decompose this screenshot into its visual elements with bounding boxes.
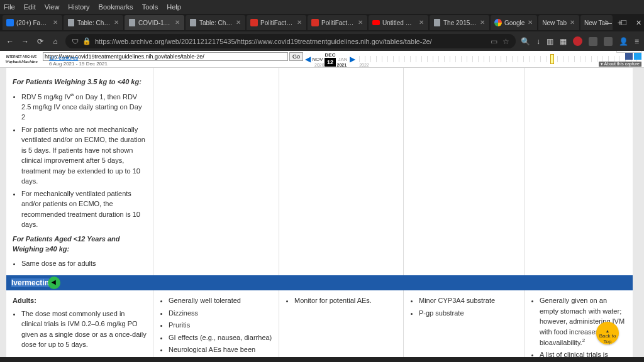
reload-button[interactable]: ⟳ <box>35 36 45 47</box>
facebook-icon <box>6 19 14 26</box>
dose-heading-1: For Patients Weighing 3.5 kg to <40 kg: <box>13 77 147 87</box>
bookmark-icon[interactable]: ☆ <box>502 37 509 46</box>
doc-icon <box>129 19 135 26</box>
politifact-icon <box>311 19 319 26</box>
ext1-icon[interactable] <box>589 37 597 46</box>
doc-icon <box>434 19 440 26</box>
wb-cur-month: DEC <box>325 52 336 58</box>
tab-google[interactable]: Google✕ <box>491 15 537 30</box>
close-icon[interactable]: ✕ <box>235 19 242 26</box>
close-window-button[interactable]: ✕ <box>636 19 641 27</box>
library-icon[interactable]: ▥ <box>547 37 553 46</box>
close-icon[interactable]: ✕ <box>357 19 364 26</box>
captures-range: 6 Aug 2021 - 19 Dec 2021 <box>49 61 108 67</box>
tab-facebook[interactable]: (20+) Facebook✕ <box>3 15 62 30</box>
ae-item: Pruritis <box>169 320 272 331</box>
wayback-timeline[interactable] <box>359 56 638 62</box>
menu-help[interactable]: Help <box>167 3 181 11</box>
navbar: ← → ⟳ ⌂ 🛡 🔒 https://web.archive.org/web/… <box>0 31 644 51</box>
wayback-toolbar: INTERNET ARCHIVE WaybackMachine Go ◀ NOV… <box>0 51 644 68</box>
wb-next-month: JAN <box>337 57 348 62</box>
reader-icon[interactable]: ▭ <box>491 37 497 46</box>
tab-covid[interactable]: COVID-19 Treatment✕ <box>125 15 184 30</box>
download-icon[interactable]: ↓ <box>536 37 540 46</box>
interaction-item: P-gp substrate <box>419 308 518 319</box>
monitor-item: Monitor for potential AEs. <box>294 295 397 306</box>
menu-edit[interactable]: Edit <box>24 3 36 11</box>
ae-item: GI effects (e.g., nausea, diarrhea) <box>169 332 272 343</box>
about-capture[interactable]: ▾ About this capture <box>599 62 641 67</box>
forward-button[interactable]: → <box>20 36 30 47</box>
grid-icon[interactable]: ▦ <box>560 37 567 46</box>
dose-text: The dose most commonly used in clinical … <box>21 309 147 350</box>
home-button[interactable]: ⌂ <box>50 36 60 47</box>
close-icon[interactable]: ✕ <box>52 19 58 26</box>
tab-untitled[interactable]: Untitled Document✕ <box>369 15 428 30</box>
tab-table2[interactable]: Table: Characteristics✕ <box>186 15 245 30</box>
lock-icon: 🔒 <box>82 37 91 45</box>
menu-tools[interactable]: Tools <box>142 3 158 11</box>
wb-info-icon[interactable]: ? <box>626 51 632 52</box>
menu-file[interactable]: File <box>4 3 15 11</box>
dose-bullet: For patients who are not mechanically ve… <box>21 124 147 187</box>
wb-close-icon[interactable]: ✕ <box>634 51 640 52</box>
minimize-button[interactable]: — <box>605 19 612 27</box>
menu-view[interactable]: View <box>45 3 60 11</box>
ae-item: Generally well tolerated <box>169 295 272 306</box>
wayback-go-button[interactable]: Go <box>289 52 303 61</box>
close-icon[interactable]: ✕ <box>113 19 119 26</box>
close-icon[interactable]: ✕ <box>418 19 425 26</box>
menubar: File Edit View History Bookmarks Tools H… <box>0 0 644 14</box>
url-text: https://web.archive.org/web/202112121754… <box>95 38 487 45</box>
tw-share-icon[interactable] <box>634 52 641 60</box>
politifact-icon <box>250 19 258 26</box>
tab-table1[interactable]: Table: Characteristics✕ <box>64 15 123 30</box>
search-icon[interactable]: 🔍 <box>521 37 530 46</box>
maximize-button[interactable]: ☐ <box>621 19 627 27</box>
menu-bookmarks[interactable]: Bookmarks <box>99 3 133 11</box>
back-to-top-button[interactable]: Back to Top <box>596 322 619 344</box>
tabbar: (20+) Facebook✕ Table: Characteristics✕ … <box>0 14 644 31</box>
dose-bullet: Same dose as for adults <box>21 258 147 269</box>
wb-share-icon[interactable]: ⎋ <box>618 51 624 52</box>
menu-history[interactable]: History <box>68 3 89 11</box>
account-icon[interactable]: 👤 <box>619 37 628 46</box>
cursor-icon <box>48 277 60 289</box>
wayback-logo[interactable]: INTERNET ARCHIVE WaybackMachine <box>3 52 40 66</box>
shield-icon: 🛡 <box>72 38 79 45</box>
page-content: For Patients Weighing 3.5 kg to <40 kg: … <box>6 68 633 362</box>
wb-prev-month[interactable]: NOV <box>312 57 323 62</box>
google-icon <box>494 19 502 26</box>
dose-bullet: RDV 5 mg/kg IVa on Day 1, then RDV 2.5 m… <box>21 91 147 123</box>
dose-heading-2: For Patients Aged <12 Years and Weighing… <box>13 234 147 255</box>
adblock-icon[interactable] <box>573 36 582 46</box>
menu-icon[interactable]: ≡ <box>635 37 639 46</box>
tab-new1[interactable]: New Tab✕ <box>538 15 579 30</box>
taskbar <box>0 357 644 362</box>
adults-label: Adults: <box>13 295 147 306</box>
ext2-icon[interactable] <box>604 37 613 46</box>
tab-politifact1[interactable]: PolitiFact | Ivermect...✕ <box>247 15 306 30</box>
interaction-item: Minor CYP3A4 substrate <box>419 295 518 306</box>
close-icon[interactable]: ✕ <box>569 19 575 26</box>
close-icon[interactable]: ✕ <box>296 19 303 26</box>
close-icon[interactable]: ✕ <box>174 19 180 26</box>
tab-nobel[interactable]: The 2015 Nobel Prize✕ <box>430 15 489 30</box>
prev-snapshot-icon[interactable]: ◀ <box>305 55 311 63</box>
tab-politifact2[interactable]: PolitiFact | A Nobel F✕ <box>308 15 367 30</box>
timeline-marker[interactable] <box>550 54 554 64</box>
doc-icon <box>68 19 74 26</box>
urlbar[interactable]: 🛡 🔒 https://web.archive.org/web/20211212… <box>65 34 516 48</box>
close-icon[interactable]: ✕ <box>527 19 533 26</box>
next-snapshot-icon[interactable]: ▶ <box>350 55 355 63</box>
back-button[interactable]: ← <box>5 36 15 47</box>
ivermectin-header: Ivermectin <box>6 275 633 290</box>
fb-share-icon[interactable] <box>625 52 633 60</box>
dose-bullet: For mechanically ventilated patients and… <box>21 189 147 230</box>
ae-item: Dizziness <box>169 308 272 319</box>
doc-icon <box>190 19 196 26</box>
close-icon[interactable]: ✕ <box>479 19 486 26</box>
captures-link[interactable]: 127 captures <box>49 55 78 61</box>
doc-icon <box>372 20 380 25</box>
